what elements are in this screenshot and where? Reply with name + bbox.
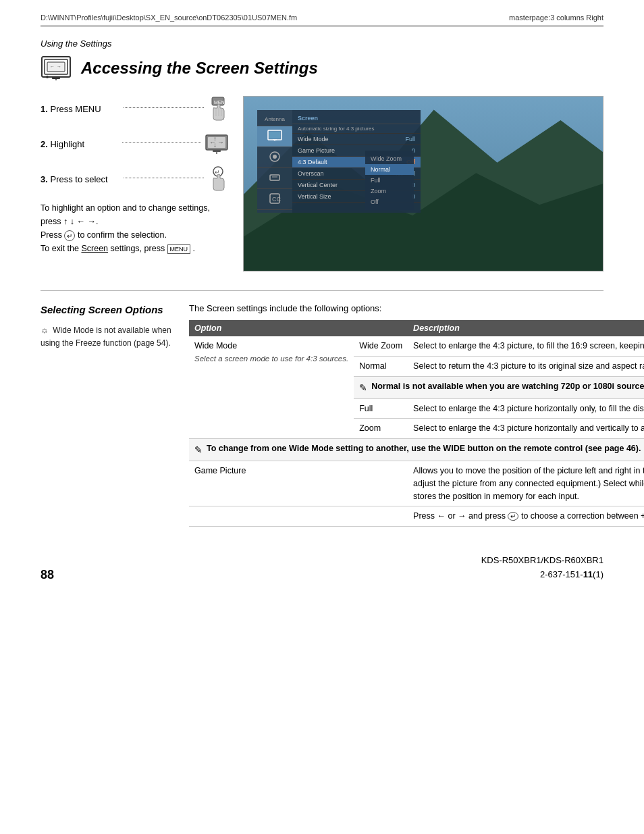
osd-row-widemode: Wide ModeFull: [292, 134, 421, 145]
step-2-dots: [122, 142, 201, 143]
header-left: D:\WINNT\Profiles\fujii\Desktop\SX_EN_so…: [41, 14, 297, 22]
selecting-title: Selecting Screen Options: [41, 303, 176, 317]
steps-screenshot: 1. Press MENU MEN 2. Highlight: [41, 96, 603, 271]
option-cell: Wide Mode Select a screen mode to use fo…: [189, 336, 354, 439]
osd-menu: Antenna CC: [257, 110, 421, 213]
section-label: Using the Settings: [41, 38, 603, 49]
model-info: KDS-R50XBR1/KDS-R60XBR1 2-637-151-11(1): [481, 554, 603, 582]
page-number: 88: [41, 568, 54, 582]
step-note-line2: press ↑ ↓ ← →.: [41, 215, 230, 228]
step-note-line1: To highlight an option and to change set…: [41, 201, 230, 215]
doc-header: D:\WINNT\Profiles\fujii\Desktop\SX_EN_so…: [41, 14, 603, 22]
svg-point-3: [46, 76, 49, 78]
step-2-text: 2. Highlight: [41, 139, 119, 149]
step-3: 3. Press to select ↵: [41, 166, 230, 192]
step-note-line3: Press ↵ to confirm the selection.: [41, 228, 230, 242]
screenshot-box: Antenna CC: [243, 96, 603, 271]
selecting-section: Selecting Screen Options ☼ Wide Mode is …: [41, 303, 603, 527]
desc-cell: Select to enlarge the 4:3 picture, to fi…: [408, 336, 644, 356]
option-cell-game: Game Picture: [189, 461, 354, 506]
col-description: Description: [408, 320, 644, 336]
suboption-cell: Wide Zoom: [354, 336, 408, 356]
desc-cell: Select to enlarge the 4:3 picture horizo…: [408, 419, 644, 439]
menu-hand-icon: MEN: [207, 96, 230, 122]
top-rule: [41, 26, 603, 26]
osd-sidebar-antenna: Antenna: [257, 113, 292, 126]
desc-cell: Select to enlarge the 4:3 picture horizo…: [408, 398, 644, 419]
desc-cell: Select to return the 4:3 picture to its …: [408, 356, 644, 376]
note-cell-wide-inner: ✎ To change from one Wide Mode setting t…: [194, 442, 644, 457]
table-wide-note-row: ✎ To change from one Wide Mode setting t…: [189, 439, 644, 461]
selecting-note: ☼ Wide Mode is not available when using …: [41, 323, 176, 350]
model-prefix: 2-637-151-: [540, 569, 583, 579]
title-row: ← → Accessing the Screen Settings: [41, 55, 603, 81]
svg-point-31: [273, 155, 277, 159]
highlight-icon: ← → ↑ ↓: [204, 131, 230, 157]
page-footer: 88 KDS-R50XBR1/KDS-R60XBR1 2-637-151-11(…: [41, 547, 603, 582]
mid-rule: [41, 290, 603, 291]
sun-icon: ☼: [41, 323, 49, 337]
svg-text:↓: ↓: [213, 141, 217, 149]
note-pencil-icon: ✎: [359, 381, 367, 395]
step-notes: To highlight an option and to change set…: [41, 201, 230, 255]
svg-text:→: →: [57, 64, 61, 69]
col-suboption: [354, 320, 408, 336]
select-hand-icon: ↵: [207, 166, 230, 192]
step-3-dots: [124, 178, 204, 178]
note-pencil-wide-icon: ✎: [194, 443, 203, 457]
svg-rect-27: [269, 132, 280, 138]
option-wide-mode: Wide Mode: [194, 341, 237, 350]
confirm-icon: ↵: [64, 230, 75, 241]
step-3-text: 3. Press to select: [41, 174, 121, 184]
suboption-cell-game: [354, 461, 408, 506]
desc-cell-game: Allows you to move the position of the p…: [408, 461, 644, 506]
osd-submenu: Wide Zoom Normal Full Zoom Off: [365, 151, 414, 210]
col-option: Option: [189, 320, 354, 336]
option-cell-game-sub: [189, 506, 354, 527]
step-1-dots: [124, 107, 204, 108]
osd-sub-normal: Normal: [365, 164, 414, 175]
table-header-row: Option Description: [189, 320, 644, 336]
osd-sidebar-3: [257, 147, 292, 168]
table-row: Wide Mode Select a screen mode to use fo…: [189, 336, 644, 356]
page: D:\WINNT\Profiles\fujii\Desktop\SX_EN_so…: [0, 0, 644, 609]
model-line2: 2-637-151-11(1): [481, 568, 603, 582]
step-1-text: 1. Press MENU: [41, 104, 121, 114]
page-title: Accessing the Screen Settings: [81, 59, 318, 78]
svg-text:→: →: [217, 138, 224, 146]
step-2: 2. Highlight ← → ↑ ↓: [41, 131, 230, 157]
selecting-note-text: Wide Mode is not available when using th…: [41, 325, 171, 348]
osd-screen-title: Screen: [292, 113, 421, 124]
osd-sub-full: Full: [365, 175, 414, 186]
osd-subtitle: Automatic sizing for 4:3 pictures: [292, 124, 421, 134]
note-normal-text: Normal is not available when you are wat…: [371, 380, 644, 393]
option-wide-mode-note: Select a screen mode to use for 4:3 sour…: [194, 355, 348, 363]
svg-text:CC: CC: [272, 196, 281, 203]
selecting-right: The Screen settings include the followin…: [189, 303, 644, 527]
step-note-line4: To exit the Screen settings, press MENU …: [41, 242, 230, 255]
osd-sub-zoom: Zoom: [365, 186, 414, 197]
desc-cell-game-sub: Press ← or → and press ↵ to choose a cor…: [408, 506, 644, 527]
suboption-cell: Zoom: [354, 419, 408, 439]
table-row-gamepicture-sub: Press ← or → and press ↵ to choose a cor…: [189, 506, 644, 527]
osd-sidebar: Antenna CC: [257, 110, 292, 213]
screenshot-column: Antenna CC: [243, 96, 603, 271]
header-right: masterpage:3 columns Right: [509, 14, 603, 22]
suboption-cell: Normal: [354, 356, 408, 376]
suboption-cell: Full: [354, 398, 408, 419]
suboption-cell-game-sub: [354, 506, 408, 527]
svg-text:←: ←: [50, 64, 55, 69]
osd-sub-widezoom: Wide Zoom: [365, 153, 414, 164]
model-paren: (1): [593, 569, 603, 579]
model-line1: KDS-R50XBR1/KDS-R60XBR1: [481, 554, 603, 568]
options-table: Option Description Wide Mode Select a sc…: [189, 320, 644, 527]
osd-sidebar-5: CC: [257, 189, 292, 210]
note-wide-text: To change from one Wide Mode setting to …: [207, 442, 641, 455]
intro-text: The Screen settings include the followin…: [189, 303, 644, 313]
svg-rect-32: [270, 175, 279, 180]
selecting-left: Selecting Screen Options ☼ Wide Mode is …: [41, 303, 176, 527]
note-cell-inner: ✎ Normal is not available when you are w…: [359, 380, 644, 395]
model-bold: 11: [583, 569, 593, 579]
osd-sidebar-4: [257, 168, 292, 189]
steps-column: 1. Press MENU MEN 2. Highlight: [41, 96, 230, 271]
